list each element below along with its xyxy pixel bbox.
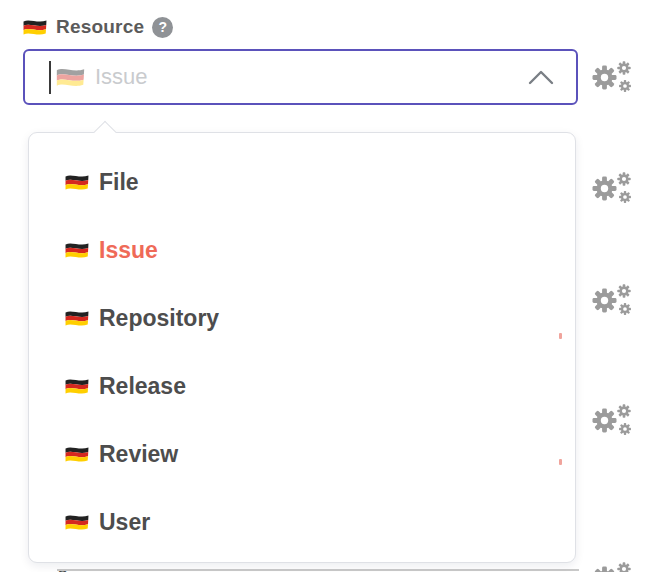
resource-dropdown-list: File Issue Repository Release Review Use… [28,132,576,563]
german-flag-icon [22,17,48,38]
resource-form: Resource ? Issue File Issue Repository [0,0,650,572]
gears-icon[interactable] [590,59,634,95]
dropdown-item-user[interactable]: User [29,488,575,556]
german-flag-icon [64,512,90,533]
gears-icon[interactable] [590,402,634,438]
dropdown-item-release[interactable]: Release [29,352,575,420]
field-underline [57,569,579,571]
dropdown-item-review[interactable]: Review [29,420,575,488]
resource-select[interactable]: Issue [23,49,578,105]
dropdown-item-file[interactable]: File [29,148,575,216]
field-label: Resource [56,16,144,38]
german-flag-icon [64,172,90,193]
select-placeholder: Issue [95,64,148,90]
gears-icon[interactable] [590,170,634,206]
german-flag-icon [64,240,90,261]
help-icon[interactable]: ? [152,17,173,38]
dropdown-item-label: User [99,509,150,536]
dropdown-item-label: Issue [99,237,158,264]
chevron-up-icon[interactable] [528,69,554,85]
occluded-content-sliver [559,333,562,339]
gears-icon[interactable] [590,560,634,572]
dropdown-item-label: File [99,169,139,196]
german-flag-icon [64,308,90,329]
text-caret [49,61,51,94]
dropdown-item-label: Review [99,441,178,468]
dropdown-item-repository[interactable]: Repository [29,284,575,352]
field-label-row: Resource ? [22,16,173,38]
dropdown-item-label: Repository [99,305,219,332]
german-flag-icon [64,444,90,465]
german-flag-icon [64,376,90,397]
dropdown-notch [94,121,117,144]
dropdown-item-issue[interactable]: Issue [29,216,575,284]
german-flag-icon-faded [55,65,86,90]
gears-icon[interactable] [590,282,634,318]
dropdown-item-label: Release [99,373,186,400]
occluded-content-sliver [559,459,562,465]
